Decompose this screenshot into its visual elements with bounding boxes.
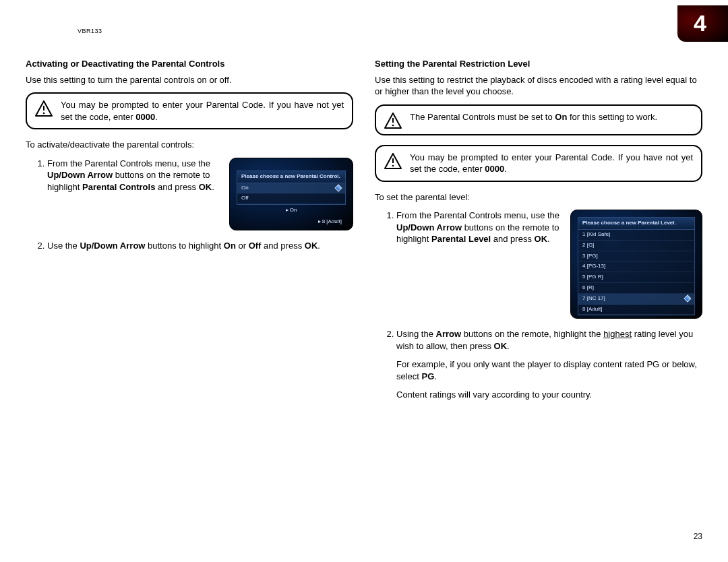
svg-point-2 [43,113,45,115]
svg-point-8 [392,164,394,166]
right-steps: From the Parental Controls menu, use the… [375,210,702,401]
left-lead: To activate/deactivate the parental cont… [26,139,353,151]
left-steps: From the Parental Controls menu, use the… [26,158,353,252]
list-item: Use the Up/Down Arrow buttons to highlig… [47,240,353,252]
step-text: From the Parental Controls menu, use the… [396,210,561,245]
callout-text: The Parental Controls must be set to On … [410,111,657,123]
left-heading: Activating or Deactivating the Parental … [26,58,353,70]
list-item: From the Parental Controls menu, use the… [396,210,702,319]
screenshot-parental-onoff: Please choose a new Parental Control. On… [229,158,353,230]
warning-icon [384,113,402,129]
content-columns: Activating or Deactivating the Parental … [26,58,702,410]
right-intro: Use this setting to restrict the playbac… [375,74,702,98]
warning-icon [384,153,402,169]
right-lead: To set the parental level: [375,191,702,204]
svg-point-5 [392,124,394,126]
right-callout-1: The Parental Controls must be set to On … [375,104,702,135]
chapter-tab: 4 [677,5,728,42]
left-column: Activating or Deactivating the Parental … [26,58,353,410]
list-item: Using the Arrow buttons on the remote, h… [396,328,702,401]
step-text: From the Parental Controls menu, use the… [47,158,220,193]
callout-text: You may be prompted to enter your Parent… [61,99,344,123]
right-heading: Setting the Parental Restriction Level [375,58,702,70]
left-intro: Use this setting to turn the parental co… [26,74,353,86]
right-column: Setting the Parental Restriction Level U… [375,58,702,410]
list-item: From the Parental Controls menu, use the… [47,158,353,230]
chapter-number: 4 [694,8,706,39]
diamond-icon [684,295,691,303]
callout-text: You may be prompted to enter your Parent… [410,152,693,175]
warning-icon [35,100,53,117]
left-callout-1: You may be prompted to enter your Parent… [26,92,353,129]
right-callout-2: You may be prompted to enter your Parent… [375,145,702,182]
page-number: 23 [694,531,702,542]
diamond-icon [334,184,342,191]
model-label: VBR133 [78,27,102,35]
screenshot-parental-level: Please choose a new Parental Level. 1 [K… [570,210,702,319]
